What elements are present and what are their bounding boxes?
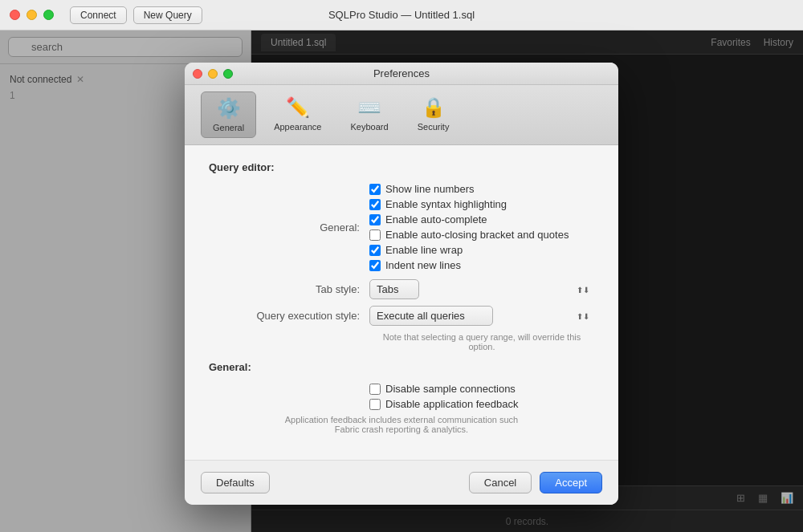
enable-autocomplete-label: Enable auto-complete xyxy=(385,213,487,225)
tab-style-chevron-icon: ⬆⬇ xyxy=(577,285,589,294)
cancel-button[interactable]: Cancel xyxy=(469,472,532,493)
preferences-dialog: Preferences ⚙️ General ✏️ Appearance ⌨️ … xyxy=(185,63,618,505)
general-checkbox-group: Disable sample connections Disable appli… xyxy=(369,383,519,410)
query-execution-select[interactable]: Execute all queries Execute selected que… xyxy=(369,306,493,326)
pref-toolbar: ⚙️ General ✏️ Appearance ⌨️ Keyboard 🔒 S… xyxy=(185,85,618,145)
pref-footer-right: Cancel Accept xyxy=(469,472,602,493)
tab-style-select[interactable]: Tabs Spaces xyxy=(369,279,419,299)
general-section-header: General: xyxy=(209,361,594,373)
tab-appearance-label: Appearance xyxy=(274,122,321,132)
tab-general-label: General xyxy=(213,123,244,132)
pencil-icon: ✏️ xyxy=(286,96,310,119)
indent-new-lines-checkbox[interactable] xyxy=(369,260,381,271)
indent-new-lines-label: Indent new lines xyxy=(385,259,461,271)
enable-autocomplete-checkbox[interactable] xyxy=(369,214,381,225)
tab-general[interactable]: ⚙️ General xyxy=(201,91,256,138)
enable-autocomplete-row: Enable auto-complete xyxy=(369,213,569,225)
pref-title: Preferences xyxy=(373,67,430,79)
show-line-numbers-checkbox[interactable] xyxy=(369,184,381,195)
close-button[interactable] xyxy=(10,10,20,20)
pref-footer: Defaults Cancel Accept xyxy=(185,460,618,505)
checkbox-group: Show line numbers Enable syntax highligh… xyxy=(369,183,569,271)
tab-security-label: Security xyxy=(418,122,450,132)
query-execution-row: Query execution style: Execute all queri… xyxy=(209,306,594,326)
show-line-numbers-label: Show line numbers xyxy=(385,183,475,195)
indent-new-lines-row: Indent new lines xyxy=(369,259,569,271)
disable-feedback-label: Disable application feedback xyxy=(385,398,519,410)
disable-feedback-row: Disable application feedback xyxy=(369,398,519,410)
query-execution-select-wrapper: Execute all queries Execute selected que… xyxy=(369,306,594,326)
enable-auto-closing-row: Enable auto-closing bracket and quotes xyxy=(369,229,569,241)
feedback-hint: Application feedback includes external c… xyxy=(209,415,594,434)
query-editor-header: Query editor: xyxy=(209,161,594,173)
pref-minimize-button[interactable] xyxy=(208,69,218,79)
tab-style-select-wrapper: Tabs Spaces ⬆⬇ xyxy=(369,279,594,299)
general-form-label: General: xyxy=(209,221,369,234)
checkboxes-row: General: Show line numbers Enable syntax… xyxy=(209,183,594,271)
query-execution-chevron-icon: ⬆⬇ xyxy=(577,311,589,320)
show-line-numbers-row: Show line numbers xyxy=(369,183,569,195)
minimize-button[interactable] xyxy=(26,10,37,20)
gear-icon: ⚙️ xyxy=(217,97,241,120)
pref-maximize-button[interactable] xyxy=(223,69,233,79)
tab-appearance[interactable]: ✏️ Appearance xyxy=(263,91,332,138)
enable-line-wrap-row: Enable line wrap xyxy=(369,244,569,256)
tab-security[interactable]: 🔒 Security xyxy=(406,91,461,138)
new-query-button[interactable]: New Query xyxy=(133,6,202,24)
keyboard-icon: ⌨️ xyxy=(357,96,381,119)
tab-style-label: Tab style: xyxy=(209,283,369,295)
general-checkboxes-row: Disable sample connections Disable appli… xyxy=(209,383,594,410)
window-title: SQLPro Studio — Untitled 1.sql xyxy=(328,9,475,21)
disable-sample-checkbox[interactable] xyxy=(369,384,381,395)
disable-feedback-checkbox[interactable] xyxy=(369,399,381,410)
general-section: General: Disable sample connections Disa… xyxy=(209,361,594,434)
disable-sample-row: Disable sample connections xyxy=(369,383,519,395)
accept-button[interactable]: Accept xyxy=(540,472,602,493)
traffic-lights xyxy=(10,10,54,20)
disable-sample-label: Disable sample connections xyxy=(385,383,516,395)
lock-icon: 🔒 xyxy=(422,96,446,119)
pref-traffic-lights xyxy=(193,69,233,79)
title-bar: Connect New Query SQLPro Studio — Untitl… xyxy=(0,0,803,30)
enable-auto-closing-checkbox[interactable] xyxy=(369,229,381,241)
pref-content: Query editor: General: Show line numbers… xyxy=(185,145,618,460)
enable-syntax-row: Enable syntax highlighting xyxy=(369,198,569,210)
enable-line-wrap-checkbox[interactable] xyxy=(369,245,381,256)
enable-auto-closing-label: Enable auto-closing bracket and quotes xyxy=(385,229,569,241)
query-execution-label: Query execution style: xyxy=(209,310,369,322)
modal-overlay: Preferences ⚙️ General ✏️ Appearance ⌨️ … xyxy=(0,30,803,532)
tab-keyboard[interactable]: ⌨️ Keyboard xyxy=(339,91,399,138)
pref-title-bar: Preferences xyxy=(185,63,618,85)
pref-close-button[interactable] xyxy=(193,69,202,79)
toolbar-buttons: Connect New Query xyxy=(70,6,202,24)
enable-syntax-checkbox[interactable] xyxy=(369,199,381,210)
tab-style-row: Tab style: Tabs Spaces ⬆⬇ xyxy=(209,279,594,299)
execution-hint: Note that selecting a query range, will … xyxy=(369,332,594,351)
enable-syntax-label: Enable syntax highlighting xyxy=(385,198,507,210)
defaults-button[interactable]: Defaults xyxy=(201,472,270,493)
maximize-button[interactable] xyxy=(43,10,54,20)
connect-button[interactable]: Connect xyxy=(70,6,127,24)
tab-keyboard-label: Keyboard xyxy=(350,122,388,132)
enable-line-wrap-label: Enable line wrap xyxy=(385,244,463,256)
